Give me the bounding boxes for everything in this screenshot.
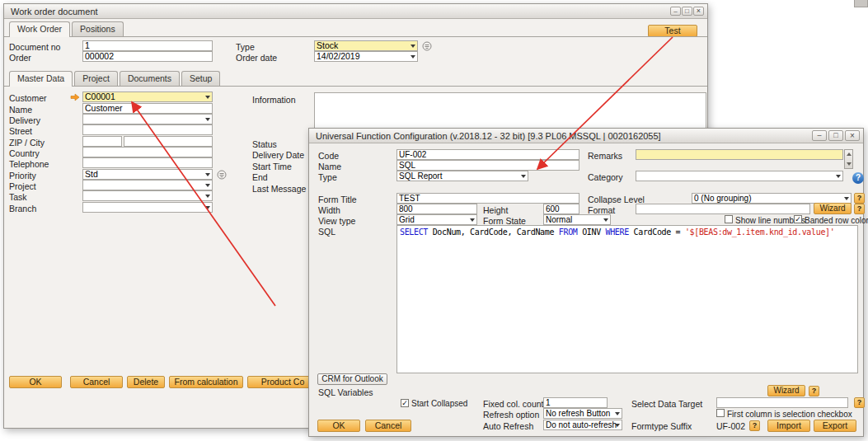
show-line-numbers-checkbox[interactable] [725, 215, 733, 223]
tab-work-order[interactable]: Work Order [9, 21, 70, 37]
sql-keyword: SELECT [400, 228, 428, 237]
auto-refresh-value: Do not auto-refresh [546, 420, 617, 429]
minimize-button[interactable]: – [670, 7, 681, 16]
crm-for-outlook-button[interactable]: CRM for Outlook [317, 373, 387, 385]
form-state-select[interactable]: Normal [543, 214, 611, 225]
priority-select[interactable]: Std [82, 169, 213, 180]
form-title-field[interactable]: TEST [396, 193, 579, 204]
start-collapsed-checkbox[interactable]: ✓ [401, 399, 409, 407]
sql-variables-wizard-button[interactable]: Wizard [767, 385, 805, 396]
dropdown-arrow-icon [836, 175, 841, 178]
street-field[interactable] [82, 124, 213, 135]
minimize-button[interactable]: – [812, 130, 827, 141]
project-select[interactable] [82, 180, 213, 190]
sql-keyword: WHERE [606, 228, 629, 237]
sql-editor[interactable]: SELECT DocNum, CardCode, CardName FROM O… [396, 225, 858, 373]
dropdown-arrow-icon [205, 118, 210, 121]
test-button[interactable]: Test [648, 25, 697, 37]
information-label: Information [252, 95, 296, 105]
export-button[interactable]: Export [814, 420, 856, 432]
dropdown-arrow-icon [470, 218, 475, 222]
priority-label: Priority [9, 171, 36, 181]
banded-row-color-checkbox[interactable]: ✓ [794, 215, 802, 223]
dropdown-arrow-icon [411, 55, 415, 59]
help-icon[interactable]: ? [852, 172, 864, 184]
view-type-select[interactable]: Grid [396, 214, 477, 225]
form-title-value: TEST [399, 194, 420, 203]
country-field[interactable] [82, 147, 213, 157]
telephone-field[interactable] [82, 157, 213, 168]
banded-row-color-label: Banded row color [805, 216, 868, 225]
city-field[interactable] [124, 136, 213, 147]
tab-master-data[interactable]: Master Data [9, 71, 73, 87]
format-help-button[interactable]: ? [854, 204, 865, 214]
delete-button[interactable]: Delete [127, 376, 165, 388]
uf-window-title: Universal Function Configuration (v.2018… [316, 131, 661, 141]
formtype-suffix-value: UF-002 [716, 421, 745, 431]
type-select[interactable]: Stock [314, 40, 418, 51]
from-calculation-button[interactable]: From calculation [169, 376, 243, 388]
name-field[interactable]: Customer [82, 103, 213, 114]
dropdown-arrow-icon [603, 218, 608, 222]
sql-text: DocNum, CardCode, CardName [428, 228, 559, 237]
work-order-titlebar[interactable]: Work order document – □ × [4, 4, 707, 19]
tab-project[interactable]: Project [74, 71, 118, 86]
collapse-level-help-button[interactable]: ? [854, 193, 865, 204]
uf-titlebar[interactable]: Universal Function Configuration (v.2018… [309, 129, 863, 143]
cancel-button[interactable]: Cancel [70, 376, 123, 388]
order-date-select[interactable]: 14/02/2019 [314, 51, 418, 62]
form-state-value: Normal [546, 215, 572, 224]
select-data-target-help-button[interactable]: ? [854, 397, 865, 408]
refresh-option-label: Refresh option [483, 410, 539, 420]
auto-refresh-select[interactable]: Do not auto-refresh [543, 420, 622, 430]
scroll-down-icon[interactable] [845, 159, 852, 168]
delivery-date-label: Delivery Date [252, 150, 304, 160]
end-label: End [252, 172, 268, 182]
format-field[interactable] [636, 204, 810, 214]
refresh-option-select[interactable]: No refresh Button [543, 408, 622, 419]
select-data-target-field[interactable] [716, 397, 848, 408]
sql-variables-help-button[interactable]: ? [809, 386, 819, 396]
task-select[interactable] [82, 190, 213, 201]
order-field[interactable]: 000002 [82, 51, 213, 62]
format-wizard-button[interactable]: Wizard [814, 203, 852, 214]
remarks-scrollbar[interactable] [844, 149, 853, 169]
maximize-button[interactable]: □ [828, 130, 843, 141]
ok-button[interactable]: OK [9, 376, 62, 388]
dropdown-arrow-icon [205, 173, 210, 176]
form-settings-icon[interactable] [422, 41, 432, 51]
fixed-col-count-field[interactable]: 1 [543, 397, 608, 408]
scroll-up-icon[interactable] [845, 150, 852, 159]
universal-function-window: Universal Function Configuration (v.2018… [308, 128, 864, 437]
uf-ok-button[interactable]: OK [317, 420, 360, 432]
document-no-field[interactable]: 1 [82, 40, 213, 51]
zip-field[interactable] [82, 136, 122, 147]
tab-positions[interactable]: Positions [72, 21, 124, 36]
customer-select[interactable]: C00001 [82, 91, 213, 102]
start-collapsed-label: Start Collapsed [411, 399, 467, 408]
import-button[interactable]: Import [767, 420, 810, 432]
close-button[interactable]: × [845, 130, 860, 141]
close-button[interactable]: × [693, 7, 704, 16]
sql-text: OINV [578, 228, 606, 237]
remarks-field[interactable] [636, 149, 843, 160]
maximize-button[interactable]: □ [682, 7, 692, 16]
last-message-label: Last Message [252, 184, 306, 194]
name-label: Name [9, 105, 32, 115]
form-settings-icon[interactable] [217, 170, 227, 180]
tab-documents[interactable]: Documents [120, 71, 180, 86]
delivery-select[interactable] [82, 114, 213, 124]
first-column-selection-checkbox[interactable] [716, 409, 725, 417]
branch-select[interactable] [82, 202, 213, 213]
uf-cancel-button[interactable]: Cancel [365, 420, 411, 432]
category-select[interactable] [636, 171, 843, 181]
uf-name-field[interactable]: SQL [396, 160, 579, 171]
tab-setup[interactable]: Setup [181, 71, 220, 86]
height-field[interactable]: 600 [543, 204, 579, 214]
sql-code: SELECT DocNum, CardCode, CardName FROM O… [397, 226, 857, 238]
width-field[interactable]: 800 [396, 204, 477, 214]
formtype-suffix-help-button[interactable]: ? [749, 420, 760, 431]
uf-type-select[interactable]: SQL Report [396, 171, 528, 181]
link-arrow-icon[interactable] [70, 93, 80, 101]
code-field[interactable]: UF-002 [396, 149, 579, 160]
